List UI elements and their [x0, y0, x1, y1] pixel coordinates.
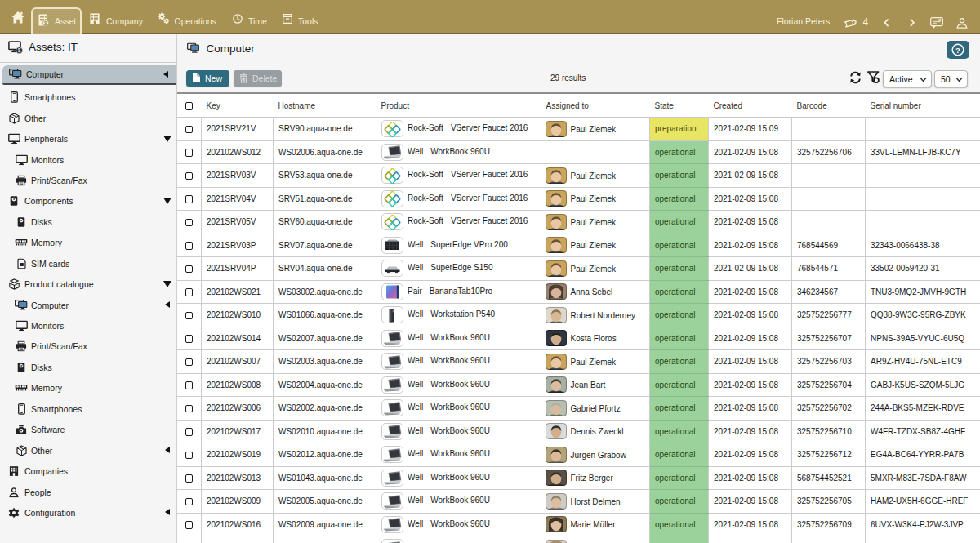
- svg-text:?: ?: [956, 46, 960, 55]
- svg-text:$: $: [18, 47, 21, 53]
